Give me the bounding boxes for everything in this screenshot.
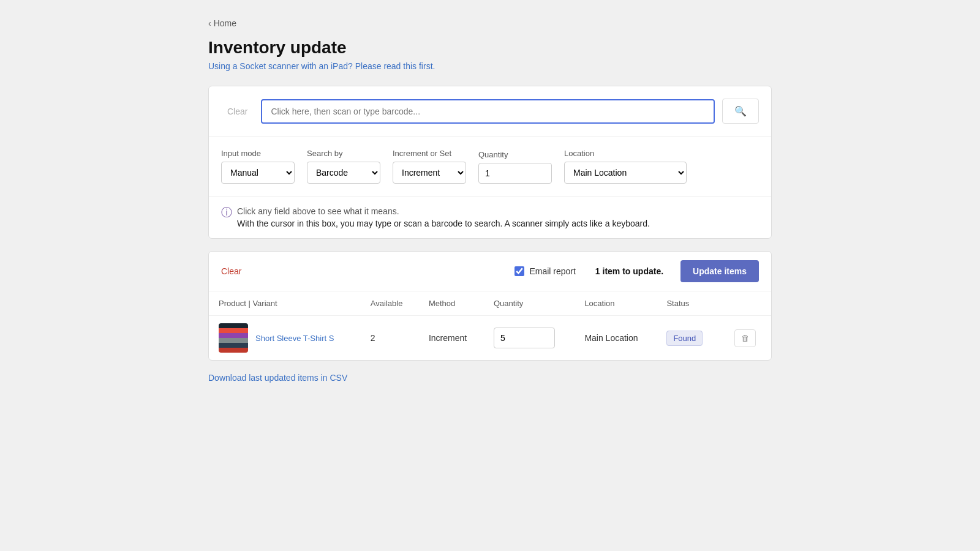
page-subtitle[interactable]: Using a Socket scanner with an iPad? Ple… xyxy=(208,61,772,71)
product-cell: Short Sleeve T-Shirt S xyxy=(209,316,361,361)
help-icon: ⓘ xyxy=(221,207,232,218)
location-select[interactable]: Main Location xyxy=(564,162,687,184)
input-mode-group: Input mode Manual xyxy=(221,149,295,184)
email-report-label: Email report xyxy=(529,266,575,276)
items-card: Clear Email report 1 item to update. Upd… xyxy=(208,251,772,361)
input-mode-select[interactable]: Manual xyxy=(221,162,295,184)
col-location: Location xyxy=(575,291,657,316)
back-nav-label: Home xyxy=(214,18,236,28)
help-section: ⓘ Click any field above to see what it m… xyxy=(209,197,771,238)
update-items-button[interactable]: Update items xyxy=(680,260,759,282)
scan-row: Clear 🔍 xyxy=(209,86,771,137)
search-by-label: Search by xyxy=(307,149,380,158)
product-thumbnail xyxy=(219,323,248,353)
page-title: Inventory update xyxy=(208,38,772,58)
col-product: Product | Variant xyxy=(209,291,361,316)
search-by-select[interactable]: Barcode xyxy=(307,162,380,184)
available-cell: 2 xyxy=(361,316,419,361)
status-badge: Found xyxy=(666,331,703,346)
scanner-card: Clear 🔍 Input mode Manual Search by Barc… xyxy=(208,86,772,239)
filters-row: Input mode Manual Search by Barcode Incr… xyxy=(209,137,771,197)
search-button[interactable]: 🔍 xyxy=(722,99,759,124)
location-group: Location Main Location xyxy=(564,149,687,184)
increment-label: Increment or Set xyxy=(393,149,466,158)
col-status: Status xyxy=(657,291,719,316)
row-quantity-input[interactable] xyxy=(494,328,555,348)
quantity-label: Quantity xyxy=(478,150,552,159)
product-link[interactable]: Short Sleeve T-Shirt S xyxy=(255,334,334,343)
quantity-group: Quantity xyxy=(478,150,552,184)
col-actions xyxy=(720,291,771,316)
increment-group: Increment or Set Increment xyxy=(393,149,466,184)
quantity-input[interactable] xyxy=(478,163,552,184)
input-mode-label: Input mode xyxy=(221,149,295,158)
delete-row-button[interactable]: 🗑 xyxy=(734,329,756,347)
method-cell: Increment xyxy=(419,316,484,361)
items-table: Product | Variant Available Method Quant… xyxy=(209,291,771,360)
increment-select[interactable]: Increment xyxy=(393,162,466,184)
download-csv-link[interactable]: Download last updated items in CSV xyxy=(208,373,347,383)
items-toolbar: Clear Email report 1 item to update. Upd… xyxy=(209,252,771,291)
items-tbody: Short Sleeve T-Shirt S 2 Increment Main … xyxy=(209,316,771,361)
quantity-cell xyxy=(484,316,575,361)
table-row: Short Sleeve T-Shirt S 2 Increment Main … xyxy=(209,316,771,361)
location-cell: Main Location xyxy=(575,316,657,361)
email-report-checkbox[interactable] xyxy=(514,266,524,276)
email-report-group: Email report xyxy=(514,266,575,276)
table-header: Product | Variant Available Method Quant… xyxy=(209,291,771,316)
action-cell: 🗑 xyxy=(720,316,771,361)
clear-top-button[interactable]: Clear xyxy=(221,103,254,120)
status-cell: Found xyxy=(657,316,719,361)
search-by-group: Search by Barcode xyxy=(307,149,380,184)
items-count: 1 item to update. xyxy=(595,266,663,276)
col-quantity: Quantity xyxy=(484,291,575,316)
chevron-left-icon: ‹ xyxy=(208,18,211,28)
col-available: Available xyxy=(361,291,419,316)
col-method: Method xyxy=(419,291,484,316)
search-icon: 🔍 xyxy=(734,105,747,117)
help-text-block: Click any field above to see what it mea… xyxy=(237,206,650,228)
help-click-hint: Click any field above to see what it mea… xyxy=(237,206,650,216)
barcode-input[interactable] xyxy=(261,99,715,124)
clear-items-button[interactable]: Clear xyxy=(221,266,241,276)
location-label: Location xyxy=(564,149,687,158)
back-nav[interactable]: ‹ Home xyxy=(208,18,772,28)
help-scan-hint: With the cursor in this box, you may typ… xyxy=(237,219,650,228)
